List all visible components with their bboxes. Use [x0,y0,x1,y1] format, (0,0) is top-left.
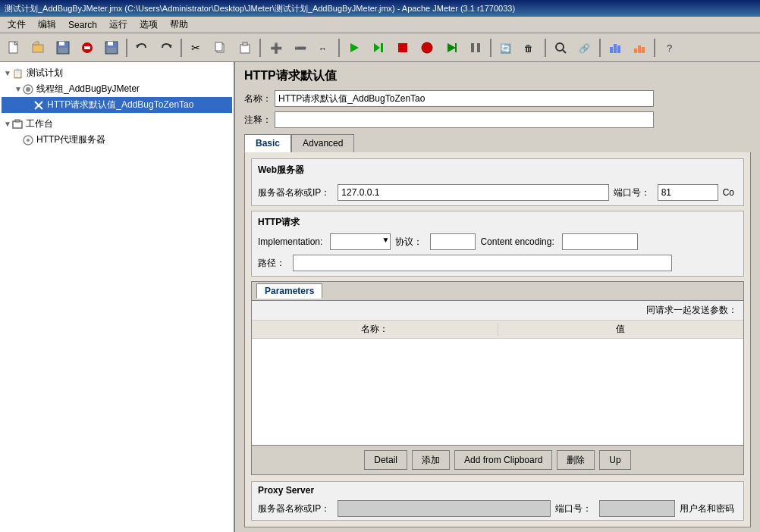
toolbar-stop-now[interactable] [416,37,438,58]
title-bar: 测试计划_AddBugByJMeter.jmx (C:\Users\Admini… [0,0,760,17]
svg-line-35 [563,50,566,53]
svg-point-27 [422,42,432,53]
toolbar-redo[interactable] [155,37,177,58]
svg-rect-17 [215,42,222,51]
toolbar-run[interactable] [343,37,366,58]
implementation-select[interactable]: HttpClient4 Java [330,233,391,250]
toolbar-collapse[interactable]: ➖ [288,37,311,58]
menu-edit[interactable]: 编辑 [33,17,61,33]
port-input[interactable] [658,184,718,201]
port-label: 端口号： [614,186,650,199]
toolbar-toggle[interactable]: ↔ [312,37,335,58]
proxy-server-input[interactable] [338,500,551,517]
toolbar-run-step[interactable] [367,37,390,58]
delete-button[interactable]: 删除 [557,450,595,470]
toolbar-help[interactable]: ? [658,37,681,58]
svg-rect-31 [477,43,480,52]
comment-input[interactable] [275,111,654,128]
panel-title: HTTP请求默认值 [244,68,751,84]
tree-item-test-plan[interactable]: ▼ 📋 测试计划 [2,65,232,81]
name-input[interactable] [275,90,654,107]
svg-marker-23 [350,43,359,52]
detail-button[interactable]: Detail [364,450,407,470]
tree-panel: ▼ 📋 测试计划 ▼ 线程组_AddBugByJMeter HTTP请求默认值_… [0,62,235,532]
tree-expand-http-defaults [24,101,33,109]
bottom-buttons: Detail 添加 Add from Clipboard 删除 Up [252,445,743,474]
workbench-icon [12,119,23,130]
toolbar-expand[interactable]: ➕ [264,37,287,58]
proxy-title: Proxy Server [258,485,737,496]
path-label: 路径： [258,257,285,270]
toolbar-stop-red[interactable] [76,37,99,58]
svg-rect-30 [471,43,474,52]
svg-text:↔: ↔ [319,44,327,53]
toolbar-remote-start[interactable] [440,37,463,58]
svg-text:🗑: 🗑 [524,43,533,54]
tree-item-workbench[interactable]: ▼ 工作台 [2,116,232,132]
separator-2 [181,39,182,57]
tree-item-http-defaults[interactable]: HTTP请求默认值_AddBugToZenTao [2,97,232,113]
svg-rect-39 [617,45,620,53]
col-name: 名称： [252,323,498,336]
http-defaults-icon [33,100,44,111]
toolbar-clear[interactable]: 🔄 [495,37,517,58]
svg-text:?: ? [667,42,672,54]
toolbar-save2[interactable] [100,37,123,58]
add-button[interactable]: 添加 [412,450,450,470]
tree-label-thread-group: 线程组_AddBugByJMeter [36,83,140,95]
menu-bar: 文件 编辑 Search 运行 选项 帮助 [0,17,760,33]
svg-rect-42 [642,47,645,53]
toolbar-link[interactable]: 🔗 [573,37,596,58]
protocol-input[interactable] [430,233,476,250]
tab-basic[interactable]: Basic [244,134,291,152]
http-request-section: HTTP请求 Implementation: HttpClient4 Java … [251,211,744,277]
tree-item-http-proxy[interactable]: HTTP代理服务器 [2,132,232,148]
title-text: 测试计划_AddBugByJMeter.jmx (C:\Users\Admini… [5,3,515,14]
toolbar-paste[interactable] [234,37,256,58]
http-proxy-icon [23,135,33,146]
toolbar-pause[interactable] [464,37,487,58]
tab-bar: Basic Advanced [244,134,751,152]
svg-rect-18 [240,45,250,53]
toolbar-stop[interactable] [391,37,414,58]
menu-run[interactable]: 运行 [105,17,132,33]
path-input[interactable] [293,255,672,271]
toolbar-new[interactable] [3,37,26,58]
tab-advanced[interactable]: Advanced [291,134,354,152]
web-server-section: Web服务器 服务器名称或IP： 端口号： Co [251,158,744,206]
tree-item-thread-group[interactable]: ▼ 线程组_AddBugByJMeter [2,81,232,97]
svg-marker-28 [448,43,456,52]
params-col-header: 名称： 值 [252,321,743,339]
menu-search[interactable]: Search [64,18,102,32]
comment-label: 注释： [244,114,272,127]
svg-rect-37 [610,47,613,53]
name-row: 名称： [244,90,751,107]
svg-rect-25 [381,43,383,52]
add-from-clipboard-button[interactable]: Add from Clipboard [454,450,552,470]
menu-help[interactable]: 帮助 [165,17,193,33]
name-label: 名称： [244,92,272,105]
proxy-port-input[interactable] [599,500,675,517]
svg-text:➖: ➖ [294,42,306,55]
toolbar-chart2[interactable] [628,37,651,58]
toolbar-cut[interactable]: ✂ [185,37,208,58]
toolbar-search[interactable] [549,37,572,58]
proxy-server-label: 服务器名称或IP： [258,502,330,515]
encoding-input[interactable] [562,233,638,250]
server-input[interactable] [338,184,608,201]
toolbar-undo[interactable] [130,37,153,58]
toolbar-clear-all[interactable]: 🗑 [519,37,542,58]
menu-options[interactable]: 选项 [135,17,162,33]
col-value: 值 [498,323,744,336]
up-button[interactable]: Up [599,450,630,470]
tree-expand-workbench: ▼ [3,120,12,128]
toolbar-save[interactable] [52,37,74,58]
toolbar-copy[interactable] [209,37,232,58]
parameters-section: Parameters 同请求一起发送参数： 名称： 值 Detail [251,281,744,475]
menu-file[interactable]: 文件 [3,17,30,33]
proxy-section: Proxy Server 服务器名称或IP： 端口号： 用户名和密码 [251,481,744,521]
params-tab[interactable]: Parameters [256,283,322,299]
toolbar-chart1[interactable] [604,37,627,58]
toolbar-open[interactable] [27,37,50,58]
svg-rect-26 [398,43,407,52]
